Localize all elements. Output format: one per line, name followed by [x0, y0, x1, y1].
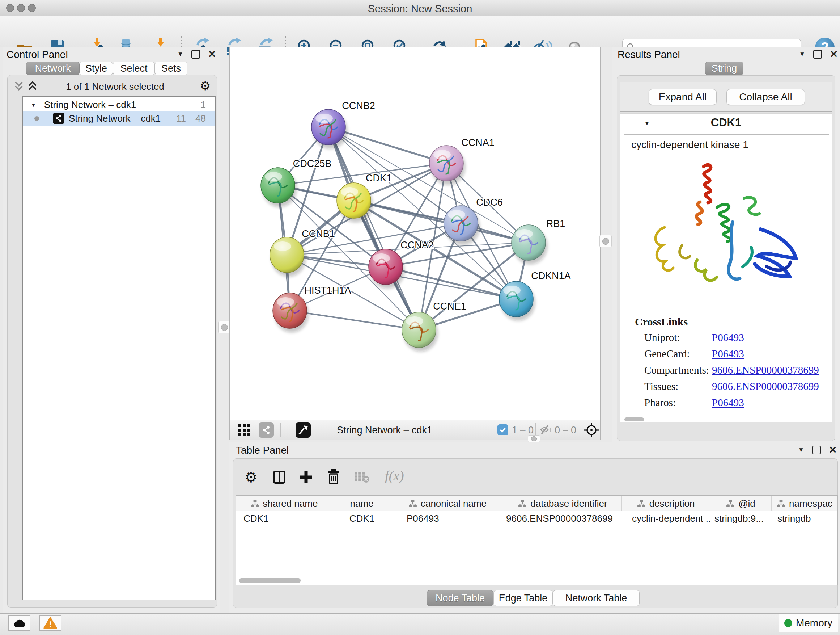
node-label-CCNA2: CCNA2 [401, 240, 434, 250]
tab-string[interactable]: String [705, 62, 744, 75]
crosslink-label: Pharos: [644, 397, 676, 409]
tree-icon [409, 500, 417, 508]
expand-all-networks-icon[interactable] [13, 80, 25, 92]
panel-close-icon[interactable]: ✕ [829, 447, 837, 454]
status-bar: Memory [0, 613, 840, 635]
crosslink-genecard-link[interactable]: P06493 [712, 348, 744, 360]
tree-icon [726, 500, 735, 508]
network-collection-row[interactable]: ▼ String Network – cdk1 1 [23, 97, 215, 111]
node-label-CDK1: CDK1 [366, 173, 392, 184]
hidden-count: 0 – 0 [554, 424, 576, 436]
crosslink-label: Tissues: [644, 380, 678, 393]
memory-ok-dot-icon [784, 619, 792, 627]
control-panel: Control Panel ▼ ✕ Network Style Select S… [3, 47, 220, 613]
panel-collapse-icon[interactable]: ▼ [799, 51, 805, 58]
gene-detail-box: cyclin-dependent kinase 1 [624, 134, 829, 416]
network-view-title: String Network – cdk1 [337, 424, 432, 436]
network-node-CCNA2[interactable] [369, 249, 404, 288]
memory-button[interactable]: Memory [778, 614, 838, 632]
edge-count: 48 [195, 113, 206, 124]
tree-icon [518, 500, 527, 508]
toolbar-divider [319, 423, 319, 437]
function-builder-fx-disabled: f(x) [385, 468, 404, 484]
show-columns-icon[interactable] [272, 470, 286, 485]
cloud-status-button[interactable] [8, 616, 30, 631]
tab-edge-table[interactable]: Edge Table [493, 590, 553, 606]
collapse-all-networks-icon[interactable] [27, 80, 38, 92]
network-graph[interactable]: CCNB2CCNA1CDC25BCDK1CDC6RB1CCNB1CCNA2CDK… [230, 48, 600, 420]
tab-sets[interactable]: Sets [155, 62, 187, 75]
selected-checkbox-icon[interactable] [497, 424, 508, 435]
network-node-CCNA1[interactable] [429, 146, 465, 185]
protein-structure-image [639, 155, 809, 314]
crosslink-pharos-link[interactable]: P06493 [712, 397, 744, 409]
node-label-CDC6: CDC6 [476, 197, 503, 208]
network-node-RB1[interactable] [512, 225, 547, 264]
crosslink-tissues-link[interactable]: 9606.ENSP00000378699 [712, 380, 819, 393]
gene-card: ▼ CDK1 cyclin-dependent kinase 1 [620, 113, 832, 423]
node-label-CCNB1: CCNB1 [302, 228, 335, 239]
panel-float-icon[interactable] [813, 50, 822, 59]
panel-collapse-icon[interactable]: ▼ [798, 447, 804, 454]
birds-eye-view-icon[interactable] [295, 423, 311, 438]
panel-float-icon[interactable] [191, 50, 200, 59]
panel-float-icon[interactable] [812, 446, 821, 454]
node-label-HIST1H1A: HIST1H1A [304, 285, 351, 296]
create-column-icon[interactable] [299, 470, 313, 485]
crosslink-compartments-link[interactable]: 9606.ENSP00000378699 [712, 364, 819, 376]
memory-label: Memory [796, 617, 832, 629]
results-horizontal-scrollbar[interactable] [624, 417, 644, 421]
grid-view-icon[interactable] [238, 424, 251, 437]
tab-network[interactable]: Network [26, 62, 80, 75]
hidden-eye-slash-icon[interactable] [540, 424, 553, 435]
network-node-CDKN1A[interactable] [499, 281, 535, 321]
right-splitter-handle[interactable] [600, 235, 612, 247]
crosslink-label: Compartments: [644, 364, 709, 376]
fit-selected-crosshair-icon[interactable] [584, 422, 600, 438]
tab-node-table[interactable]: Node Table [427, 590, 493, 606]
node-label-CCNE1: CCNE1 [433, 301, 466, 312]
node-table[interactable]: shared name name canonical name database… [236, 495, 838, 585]
node-label-CDC25B: CDC25B [293, 158, 332, 169]
tree-expand-icon[interactable]: ▼ [31, 102, 36, 108]
title-bar: Session: New Session [0, 0, 840, 16]
network-options-gear-icon[interactable]: ⚙ [200, 80, 210, 92]
network-collection-label: String Network – cdk1 [44, 99, 136, 111]
current-network-dot-icon [34, 116, 39, 121]
warning-status-button[interactable] [39, 616, 62, 631]
panel-close-icon[interactable]: ✕ [830, 51, 838, 58]
network-node-CCNB2[interactable] [311, 109, 347, 149]
network-canvas[interactable]: CCNB2CCNA1CDC25BCDK1CDC6RB1CCNB1CCNA2CDK… [229, 47, 600, 421]
gene-description: cyclin-dependent kinase 1 [631, 139, 748, 150]
left-splitter-handle[interactable] [218, 321, 231, 333]
collapse-all-button[interactable]: Collapse All [726, 89, 805, 105]
tab-select[interactable]: Select [113, 62, 155, 75]
column-header: shared name [236, 496, 332, 511]
network-row-selected[interactable]: String Network – cdk1 11 48 [23, 111, 215, 126]
column-header: name [332, 496, 392, 511]
network-node-CDC25B[interactable] [261, 168, 297, 207]
table-horizontal-scrollbar[interactable] [239, 578, 301, 583]
window-title: Session: New Session [0, 3, 840, 15]
application-window: Session: New Session [0, 0, 840, 635]
network-list: ▼ String Network – cdk1 1 String Network… [22, 96, 216, 600]
network-selection-summary: 1 of 1 Network selected [43, 81, 187, 92]
expand-all-button[interactable]: Expand All [649, 89, 717, 105]
tab-style[interactable]: Style [80, 62, 113, 75]
toolbar-divider [280, 423, 281, 437]
delete-column-trash-icon[interactable] [326, 469, 341, 485]
table-row[interactable]: CDK1 CDK1 P06493 9606.ENSP00000378699 cy… [236, 511, 837, 526]
tab-network-table[interactable]: Network Table [553, 590, 639, 606]
table-options-gear-icon[interactable]: ⚙ [245, 470, 257, 485]
network-share-view-icon[interactable] [259, 423, 274, 438]
crosslink-uniprot-link[interactable]: P06493 [712, 332, 744, 344]
bottom-splitter-handle[interactable] [528, 435, 540, 442]
results-panel-title: Results Panel [617, 49, 680, 60]
panel-collapse-icon[interactable]: ▼ [177, 51, 183, 58]
network-node-CDK1[interactable] [337, 183, 373, 222]
panel-close-icon[interactable]: ✕ [208, 51, 216, 58]
results-panel: Results Panel ▼ ✕ String Expand All Coll… [612, 47, 840, 442]
collection-count: 1 [201, 99, 206, 111]
delete-table-icon-disabled [354, 471, 370, 484]
network-node-HIST1H1A[interactable] [273, 293, 309, 333]
